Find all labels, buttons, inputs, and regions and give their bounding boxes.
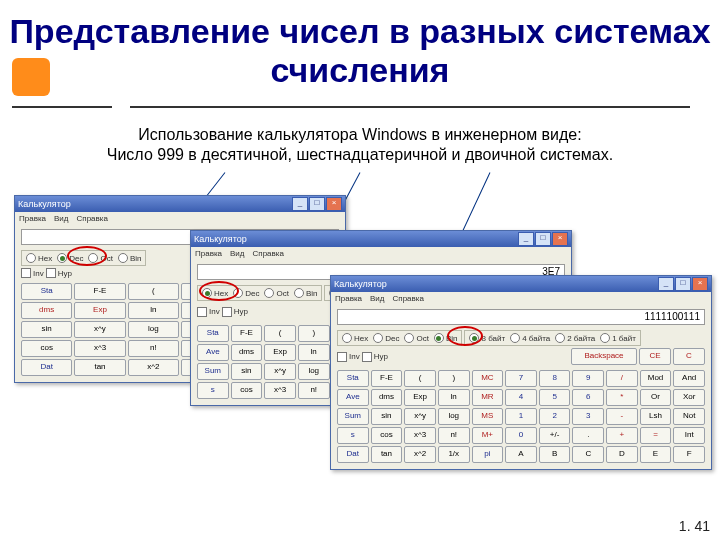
pm-button[interactable]: +/- [539,427,571,444]
menu-view[interactable]: Вид [370,294,384,303]
rparen-button[interactable]: ) [438,370,470,387]
cos-button[interactable]: cos [21,340,72,357]
word-1[interactable]: 1 байт [612,334,636,343]
xor-button[interactable]: Xor [673,389,705,406]
k0-button[interactable]: 0 [505,427,537,444]
and-button[interactable]: And [673,370,705,387]
s-button[interactable]: s [337,427,369,444]
fe-button[interactable]: F-E [74,283,125,300]
word-8[interactable]: 8 байт [481,334,505,343]
x2-button[interactable]: x^2 [128,359,179,376]
radix-dec[interactable]: Dec [69,254,83,263]
menu-help[interactable]: Справка [393,294,424,303]
not-button[interactable]: Not [673,408,705,425]
k4-button[interactable]: 4 [505,389,537,406]
radix-oct[interactable]: Oct [100,254,112,263]
or-button[interactable]: Or [640,389,672,406]
win-close-button[interactable]: × [326,197,342,211]
exp-button[interactable]: Exp [404,389,436,406]
ln-button[interactable]: ln [128,302,179,319]
win-min-button[interactable]: _ [518,232,534,246]
radix-hex[interactable]: Hex [214,289,228,298]
radix-hex[interactable]: Hex [38,254,52,263]
sum-button[interactable]: Sum [337,408,369,425]
cos-button[interactable]: cos [231,382,263,399]
radix-bin[interactable]: Bin [306,289,318,298]
win-close-button[interactable]: × [692,277,708,291]
menu-edit[interactable]: Правка [19,214,46,223]
add-button[interactable]: + [606,427,638,444]
lsh-button[interactable]: Lsh [640,408,672,425]
win-max-button[interactable]: □ [535,232,551,246]
win-max-button[interactable]: □ [309,197,325,211]
sin-button[interactable]: sin [231,363,263,380]
menu-view[interactable]: Вид [230,249,244,258]
log-button[interactable]: log [298,363,330,380]
fe-button[interactable]: F-E [371,370,403,387]
ave-button[interactable]: Ave [337,389,369,406]
eq-button[interactable]: = [640,427,672,444]
k5-button[interactable]: 5 [539,389,571,406]
xy-button[interactable]: x^y [404,408,436,425]
hyp-check[interactable]: Hyp [234,307,248,316]
radix-hex[interactable]: Hex [354,334,368,343]
d-button[interactable]: D [606,446,638,463]
word-4[interactable]: 4 байта [522,334,550,343]
radix-oct[interactable]: Oct [276,289,288,298]
menu-help[interactable]: Справка [253,249,284,258]
exp-button[interactable]: Exp [264,344,296,361]
radix-dec[interactable]: Dec [385,334,399,343]
radix-dec[interactable]: Dec [245,289,259,298]
k8-button[interactable]: 8 [539,370,571,387]
lparen-button[interactable]: ( [264,325,296,342]
tan-button[interactable]: tan [371,446,403,463]
nf-button[interactable]: n! [128,340,179,357]
inv-check[interactable]: Inv [209,307,220,316]
mod-button[interactable]: Mod [640,370,672,387]
radix-bin[interactable]: Bin [130,254,142,263]
k6-button[interactable]: 6 [572,389,604,406]
radix-oct[interactable]: Oct [416,334,428,343]
lparen-button[interactable]: ( [404,370,436,387]
dms-button[interactable]: dms [21,302,72,319]
menu-view[interactable]: Вид [54,214,68,223]
x2-button[interactable]: x^2 [404,446,436,463]
k2-button[interactable]: 2 [539,408,571,425]
sta-button[interactable]: Sta [337,370,369,387]
ln-button[interactable]: ln [298,344,330,361]
nf-button[interactable]: n! [438,427,470,444]
int-button[interactable]: Int [673,427,705,444]
fe-button[interactable]: F-E [231,325,263,342]
inv-check[interactable]: Inv [33,269,44,278]
ce-button[interactable]: CE [639,348,671,365]
log-button[interactable]: log [438,408,470,425]
dms-button[interactable]: dms [231,344,263,361]
sin-button[interactable]: sin [21,321,72,338]
sum-button[interactable]: Sum [197,363,229,380]
cx-button[interactable]: C [572,446,604,463]
exp-button[interactable]: Exp [74,302,125,319]
mc-button[interactable]: MC [472,370,504,387]
win-min-button[interactable]: _ [658,277,674,291]
menu-edit[interactable]: Правка [195,249,222,258]
a-button[interactable]: A [505,446,537,463]
backspace-button[interactable]: Backspace [571,348,637,365]
win-min-button[interactable]: _ [292,197,308,211]
c-button[interactable]: C [673,348,705,365]
menu-help[interactable]: Справка [77,214,108,223]
lparen-button[interactable]: ( [128,283,179,300]
win-max-button[interactable]: □ [675,277,691,291]
hyp-check[interactable]: Hyp [374,352,388,361]
dat-button[interactable]: Dat [21,359,72,376]
ms-button[interactable]: MS [472,408,504,425]
inv-check[interactable]: Inv [349,352,360,361]
sub-button[interactable]: - [606,408,638,425]
ave-button[interactable]: Ave [197,344,229,361]
mp-button[interactable]: M+ [472,427,504,444]
sin-button[interactable]: sin [371,408,403,425]
x3-button[interactable]: x^3 [74,340,125,357]
x3-button[interactable]: x^3 [264,382,296,399]
k7-button[interactable]: 7 [505,370,537,387]
log-button[interactable]: log [128,321,179,338]
tan-button[interactable]: tan [74,359,125,376]
